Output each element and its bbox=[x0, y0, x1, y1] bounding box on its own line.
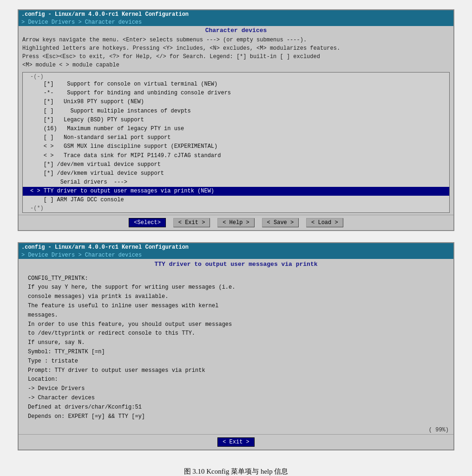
top-help-text: Arrow keys navigate the menu. <Enter> se… bbox=[19, 35, 453, 70]
help-content-13: Type : tristate bbox=[28, 357, 444, 366]
corner-top: -(-)­ bbox=[23, 73, 449, 80]
menu-item-10[interactable]: [*] /dev/kmem virtual device support bbox=[23, 169, 449, 178]
menu-item-5[interactable]: (16) Maximum number of legacy PTY in use bbox=[23, 125, 449, 133]
bottom-title-bar: .config - Linux/arm 4.0.0-rc1 Kernel Con… bbox=[19, 243, 453, 251]
menu-item-8[interactable]: < > Trace data sink for MIPI P1149.7 cJT… bbox=[23, 152, 449, 160]
help-content-16: -> Device Drivers bbox=[28, 384, 444, 394]
help-content-12: Symbol: TTY_PRINTK [=n] bbox=[28, 348, 444, 357]
bottom-title-text: .config - Linux/arm 4.0.0-rc1 Kernel Con… bbox=[21, 244, 189, 251]
top-terminal-window: .config - Linux/arm 4.0.0-rc1 Kernel Con… bbox=[18, 9, 454, 231]
top-title-bar: .config - Linux/arm 4.0.0-rc1 Kernel Con… bbox=[19, 10, 453, 19]
menu-item-2[interactable]: [*] Unix98 PTY support (NEW) bbox=[23, 98, 449, 106]
menu-item-1[interactable]: -*- Support for binding and unbinding co… bbox=[23, 89, 449, 98]
help-content-18: Defined at drivers/char/Kconfig:51 bbox=[28, 403, 444, 412]
top-breadcrumb: > Device Drivers > Character devices bbox=[19, 19, 453, 26]
help-content-0: CONFIG_TTY_PRINTK: bbox=[28, 274, 444, 284]
menu-item-9[interactable]: [*] /dev/mem virtual device support bbox=[23, 160, 449, 169]
help-line-1: Arrow keys navigate the menu. <Enter> se… bbox=[22, 36, 450, 44]
help-content-19: Depends on: EXPERT [=y] && TTY [=y] bbox=[28, 412, 444, 422]
help-content-area: CONFIG_TTY_PRINTK: If you say Y here, th… bbox=[19, 270, 453, 426]
help-content-6: messages. bbox=[28, 311, 444, 320]
help-content-8: to /dev/ttyprintk or redirect console to… bbox=[28, 329, 444, 338]
load-button[interactable]: < Load > bbox=[306, 218, 343, 227]
exit-button-top[interactable]: < Exit > bbox=[173, 218, 210, 227]
bottom-terminal-window: .config - Linux/arm 4.0.0-rc1 Kernel Con… bbox=[18, 242, 454, 451]
menu-item-0[interactable]: [*] Support for console on virtual termi… bbox=[23, 80, 449, 89]
figure-caption: 图 3.10 Kconfig 菜单项与 help 信息 bbox=[184, 467, 288, 476]
menu-item-6[interactable]: [ ] Non-standard serial port support bbox=[23, 133, 449, 142]
help-line-2: Highlighted letters are hotkeys. Pressin… bbox=[22, 44, 450, 53]
save-button[interactable]: < Save > bbox=[262, 218, 299, 227]
menu-item-7[interactable]: < > GSM MUX line discipline support (EXP… bbox=[23, 142, 449, 151]
help-button-top[interactable]: < Help > bbox=[217, 218, 255, 227]
exit-button-bottom[interactable]: < Exit > bbox=[217, 437, 255, 447]
progress-indicator: ( 99%) bbox=[19, 426, 453, 434]
help-content-5: The feature is useful to inline user mes… bbox=[28, 302, 444, 311]
top-title-text: .config - Linux/arm 4.0.0-rc1 Kernel Con… bbox=[21, 11, 189, 18]
bottom-help-title: TTY driver to output user messages via p… bbox=[19, 259, 453, 270]
bottom-breadcrumb: > Device Drivers > Character devices bbox=[19, 251, 453, 259]
menu-item-11[interactable]: Serial drivers ---> bbox=[23, 178, 449, 187]
top-center-title: Character devices bbox=[19, 26, 453, 35]
help-content-7: In order to use this feature, you should… bbox=[28, 320, 444, 330]
menu-item-3[interactable]: [ ] Support multiple instances of devpts bbox=[23, 107, 449, 116]
help-content-15: Location: bbox=[28, 375, 444, 384]
menu-box: -(-)­ [*] Support for console on virtual… bbox=[22, 72, 450, 213]
menu-item-4[interactable]: [*] Legacy (BSD) PTY support bbox=[23, 116, 449, 125]
help-content-3: console messages) via printk is availabl… bbox=[28, 292, 444, 302]
caption-text: 图 3.10 Kconfig 菜单项与 help 信息 bbox=[184, 468, 288, 475]
help-content-17: -> Character devices bbox=[28, 394, 444, 403]
help-line-3: Press <Esc><Esc> to exit, <?> for Help, … bbox=[22, 53, 450, 61]
menu-item-13[interactable]: [ ] ARM JTAG DCC console bbox=[23, 196, 449, 205]
top-button-bar: <Select> < Exit > < Help > < Save > < Lo… bbox=[19, 215, 453, 230]
corner-bottom: -(*)­ bbox=[23, 205, 449, 212]
select-button[interactable]: <Select> bbox=[129, 218, 166, 227]
help-line-4: <M> module < > module capable bbox=[22, 61, 450, 69]
menu-item-12-highlighted[interactable]: < > TTY driver to output user messages v… bbox=[23, 187, 449, 196]
help-content-2: If you say Y here, the support for writi… bbox=[28, 283, 444, 292]
help-content-14: Prompt: TTY driver to output user messag… bbox=[28, 366, 444, 376]
bottom-button-bar: < Exit > bbox=[19, 434, 453, 450]
help-content-10: If unsure, say N. bbox=[28, 338, 444, 348]
